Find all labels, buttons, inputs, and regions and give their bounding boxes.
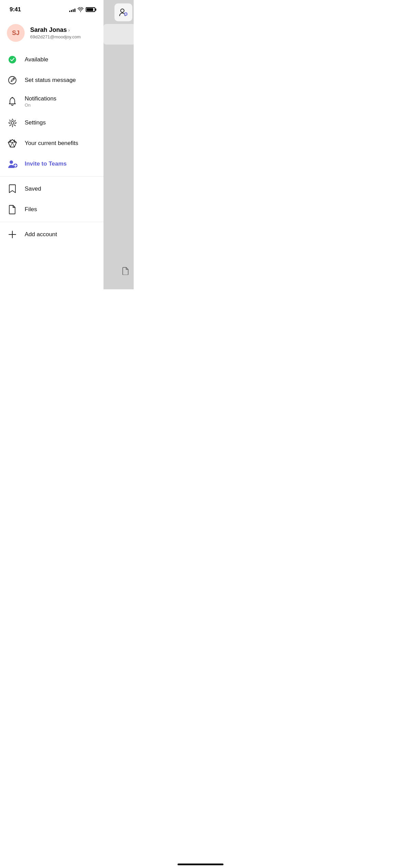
menu-item-files[interactable]: Files [0,199,104,220]
menu-item-saved[interactable]: Saved [0,179,104,199]
battery-icon [86,7,95,12]
svg-point-2 [80,11,81,12]
right-panel-background [104,0,134,289]
invite-teams-label: Invite to Teams [25,160,67,167]
saved-label: Saved [25,185,41,192]
notifications-label: Notifications [25,95,57,102]
profile-section[interactable]: SJ Sarah Jonas › 69d2d271@moodjoy.com [0,17,104,49]
profile-email: 69d2d271@moodjoy.com [30,34,95,39]
edit-icon [7,75,18,86]
menu-item-benefits[interactable]: Your current benefits [0,133,104,154]
files-label: Files [25,206,37,213]
status-icons [69,7,95,12]
svg-point-4 [9,76,16,84]
wifi-icon [77,7,84,12]
signal-icon [69,7,75,12]
status-time: 9:41 [10,6,21,13]
menu-item-invite-teams[interactable]: Invite to Teams [0,154,104,174]
menu-item-settings[interactable]: Settings [0,112,104,133]
right-panel-card [104,24,134,45]
benefits-label: Your current benefits [25,140,78,147]
menu-item-add-account[interactable]: Add account [0,224,104,245]
available-icon [7,54,18,65]
menu-item-set-status[interactable]: Set status message [0,70,104,91]
svg-point-0 [121,9,124,12]
bell-icon [7,96,18,107]
available-label: Available [25,56,48,63]
svg-marker-8 [8,140,16,147]
file-icon [7,204,18,215]
profile-chevron: › [68,27,70,33]
divider-1 [0,176,104,177]
add-people-icon [7,158,18,169]
svg-point-6 [11,121,14,124]
avatar: SJ [7,24,25,42]
settings-label: Settings [25,119,46,126]
menu-item-notifications[interactable]: Notifications On [0,91,104,112]
notifications-sublabel: On [25,103,57,108]
svg-point-9 [10,160,13,164]
svg-point-7 [10,120,15,125]
diamond-icon [7,138,18,149]
profile-name: Sarah Jonas [30,26,67,34]
status-bar: 9:41 [0,0,104,17]
right-panel-icon [114,3,132,21]
plus-icon [7,229,18,240]
bookmark-icon [7,183,18,194]
add-account-label: Add account [25,231,57,238]
menu-item-available[interactable]: Available [0,49,104,70]
set-status-label: Set status message [25,77,76,84]
gear-icon [7,117,18,128]
svg-point-3 [9,56,16,63]
divider-2 [0,222,104,222]
right-panel-bottom-icon [121,266,130,276]
